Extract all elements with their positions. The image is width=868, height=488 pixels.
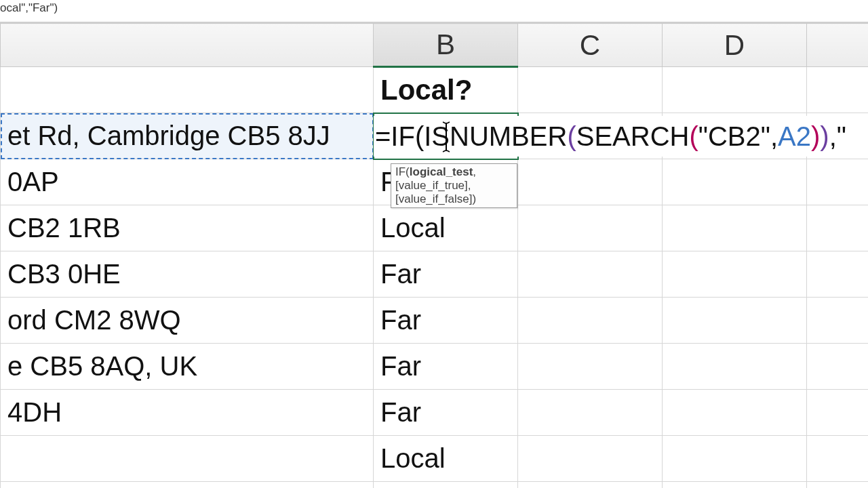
row-8: 4DH Far — [1, 390, 869, 436]
cell-D4[interactable] — [663, 205, 807, 251]
cell-C4[interactable] — [518, 205, 663, 251]
cell-B5[interactable]: Far — [374, 251, 518, 298]
cell-C1[interactable] — [518, 67, 663, 113]
row-10 — [1, 482, 869, 489]
formula-bar-fragment[interactable]: ocal","Far") — [0, 0, 868, 23]
cell-D5[interactable] — [663, 251, 807, 298]
cell-E5[interactable] — [807, 251, 869, 298]
cell-C3[interactable] — [518, 159, 663, 205]
row-2: et Rd, Cambridge CB5 8JJ =IF(ISNUMBER(SE… — [1, 113, 869, 159]
cell-D8[interactable] — [663, 390, 807, 436]
cell-E8[interactable] — [807, 390, 869, 436]
cell-D7[interactable] — [663, 344, 807, 390]
cell-A4[interactable]: CB2 1RB — [1, 205, 374, 251]
cell-C9[interactable] — [518, 436, 663, 482]
formula-inline-edit[interactable]: =IF(ISNUMBER(SEARCH("CB2",A2))," — [374, 116, 846, 157]
row-4: CB2 1RB Local — [1, 205, 869, 251]
col-header-D[interactable]: D — [663, 24, 807, 67]
row-6: ord CM2 8WQ Far — [1, 298, 869, 344]
cell-A2[interactable]: et Rd, Cambridge CB5 8JJ — [1, 113, 374, 159]
cell-A3[interactable]: 0AP — [1, 159, 374, 205]
cell-A8[interactable]: 4DH — [1, 390, 374, 436]
col-header-B[interactable]: B — [374, 24, 518, 67]
cell-A7[interactable]: e CB5 8AQ, UK — [1, 344, 374, 390]
cell-C10[interactable] — [518, 482, 663, 489]
cell-D10[interactable] — [663, 482, 807, 489]
cell-A1[interactable] — [1, 67, 374, 113]
cell-C5[interactable] — [518, 251, 663, 298]
cell-B8[interactable]: Far — [374, 390, 518, 436]
cell-B4[interactable]: Local — [374, 205, 518, 251]
cell-D3[interactable] — [663, 159, 807, 205]
cell-E10[interactable] — [807, 482, 869, 489]
cell-A9[interactable] — [1, 436, 374, 482]
cell-E6[interactable] — [807, 298, 869, 344]
spreadsheet-grid[interactable]: B C D Local? et Rd, Cambridge CB5 8JJ =I… — [0, 23, 868, 488]
row-5: CB3 0HE Far — [1, 251, 869, 298]
cell-E9[interactable] — [807, 436, 869, 482]
cell-E4[interactable] — [807, 205, 869, 251]
cell-C8[interactable] — [518, 390, 663, 436]
column-header-row: B C D — [1, 24, 869, 67]
cell-E3[interactable] — [807, 159, 869, 205]
row-1: Local? — [1, 67, 869, 113]
cell-A10[interactable] — [1, 482, 374, 489]
cell-A5[interactable]: CB3 0HE — [1, 251, 374, 298]
cell-A6[interactable]: ord CM2 8WQ — [1, 298, 374, 344]
col-header-A[interactable] — [1, 24, 374, 67]
cell-B9[interactable]: Local — [374, 436, 518, 482]
cell-B10[interactable] — [374, 482, 518, 489]
cell-D9[interactable] — [663, 436, 807, 482]
col-header-E[interactable] — [807, 24, 869, 67]
row-9: Local — [1, 436, 869, 482]
cell-C6[interactable] — [518, 298, 663, 344]
cell-C7[interactable] — [518, 344, 663, 390]
cell-B2[interactable]: =IF(ISNUMBER(SEARCH("CB2",A2))," IF(logi… — [374, 113, 518, 159]
cell-B6[interactable]: Far — [374, 298, 518, 344]
cell-B7[interactable]: Far — [374, 344, 518, 390]
cell-D1[interactable] — [663, 67, 807, 113]
cell-E1[interactable] — [807, 67, 869, 113]
cell-E7[interactable] — [807, 344, 869, 390]
function-hint-tooltip[interactable]: IF(logical_test, [value_if_true], [value… — [391, 163, 517, 208]
cell-D6[interactable] — [663, 298, 807, 344]
col-header-C[interactable]: C — [518, 24, 663, 67]
cell-B1[interactable]: Local? — [374, 67, 518, 113]
row-7: e CB5 8AQ, UK Far — [1, 344, 869, 390]
